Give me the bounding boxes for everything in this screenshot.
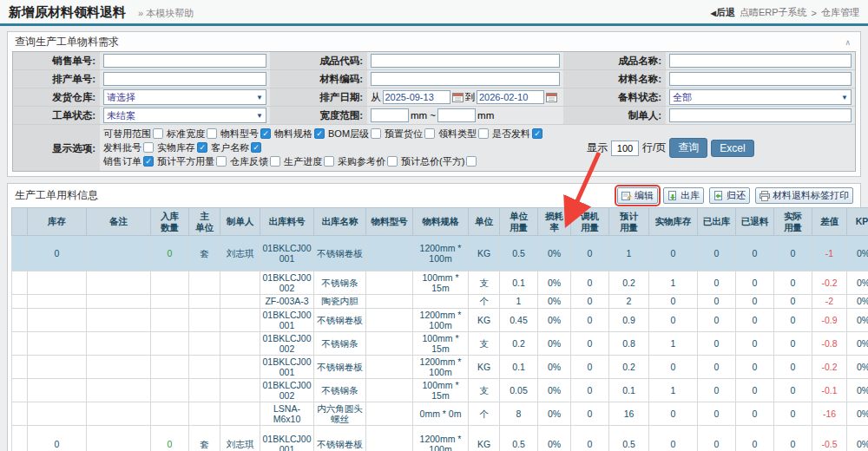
table-cell: 0 — [774, 295, 812, 308]
module-help-link[interactable]: » 本模块帮助 — [138, 7, 194, 20]
table-cell: 刘志琪 — [220, 236, 260, 271]
option-label: 预计平方用量 — [157, 154, 214, 168]
print-label-button[interactable]: 材料退料标签打印 — [755, 187, 853, 204]
option-checkbox[interactable] — [270, 156, 280, 167]
option-checkbox[interactable] — [153, 128, 163, 139]
table-cell: 0.2 — [609, 271, 649, 295]
table-row[interactable]: 01BKLCJ00002不锈钢条100mm * 15m支0.050%00.110… — [12, 378, 868, 402]
option-checkbox[interactable] — [466, 156, 477, 167]
table-cell: KG — [469, 426, 500, 451]
table-cell: 刘志琪 — [220, 426, 260, 451]
table-cell: 0 — [649, 426, 698, 451]
option-checkbox[interactable]: ✓ — [197, 142, 207, 153]
table-cell — [28, 295, 87, 308]
table-cell: 1200mm * 100m — [413, 355, 469, 378]
table-cell — [28, 378, 87, 402]
edit-button[interactable]: 编辑 — [617, 187, 658, 204]
width-min-input[interactable] — [371, 108, 409, 122]
sales-order-input[interactable] — [103, 54, 266, 68]
table-cell — [366, 331, 413, 355]
option-checkbox[interactable]: ✓ — [260, 128, 271, 139]
table-cell: 0 — [736, 295, 774, 308]
column-header: 库存 — [28, 208, 87, 236]
option-checkbox[interactable] — [324, 156, 334, 167]
table-row[interactable]: 00套刘志琪01BKLCJ00001不锈钢卷板1200mm * 100mKG0.… — [12, 426, 868, 451]
calendar-icon[interactable] — [546, 92, 557, 102]
breadcrumb-app[interactable]: 点晴ERP子系统 — [740, 6, 807, 19]
table-row[interactable]: 01BKLCJ00001不锈钢卷板1200mm * 100mKG0.10%00.… — [12, 355, 868, 378]
option-checkbox[interactable] — [216, 156, 227, 167]
option-checkbox[interactable]: ✓ — [314, 128, 325, 139]
back-link[interactable]: ◀后退 — [711, 6, 735, 19]
table-row[interactable]: 00套刘志琪01BKLCJ00001不锈钢卷板1200mm * 100mKG0.… — [12, 236, 868, 271]
product-code-input[interactable] — [371, 54, 560, 68]
table-cell: 0% — [538, 308, 571, 331]
option-checkbox[interactable] — [371, 128, 381, 139]
column-header: 备注 — [87, 208, 151, 236]
maker-input[interactable] — [669, 108, 852, 122]
table-row[interactable]: LSNA-M6x10内六角圆头螺丝0mm * 0m个80%0160000-160… — [12, 402, 868, 426]
option-checkbox[interactable]: ✓ — [143, 156, 154, 167]
table-cell: -0.5 — [812, 426, 847, 451]
material-code-input[interactable] — [371, 72, 560, 86]
table-row[interactable]: 01BKLCJ00002不锈钢条100mm * 15m支0.20%00.8100… — [12, 331, 868, 355]
calendar-icon[interactable] — [452, 92, 464, 102]
search-button[interactable]: 查询 — [669, 138, 707, 158]
option-checkbox[interactable]: ✓ — [251, 142, 261, 153]
table-cell: 0 — [571, 426, 609, 451]
option-checkbox[interactable] — [424, 128, 435, 139]
date-to-input[interactable] — [477, 90, 544, 104]
table-cell: -0.9 — [812, 308, 847, 331]
option-label: 生产进度 — [284, 154, 322, 168]
table-row[interactable]: 01BKLCJ00002不锈钢条100mm * 15m支0.10%00.2100… — [12, 271, 868, 295]
table-cell: LSNA-M6x10 — [260, 402, 314, 426]
return-button[interactable]: 归还 — [709, 187, 750, 204]
table-cell: 0 — [736, 355, 774, 378]
table-cell: 0 — [28, 426, 87, 451]
page-size-input[interactable] — [611, 141, 639, 156]
table-cell: -1 — [812, 236, 847, 271]
stock-out-button[interactable]: 出库 — [663, 187, 704, 204]
table-cell: 0 — [774, 378, 812, 402]
table-cell — [87, 308, 151, 331]
option-checkbox[interactable] — [387, 156, 398, 167]
option-checkbox[interactable]: ✓ — [532, 128, 542, 139]
table-cell: -0.1 — [812, 378, 847, 402]
schedule-order-input[interactable] — [103, 72, 266, 86]
table-cell — [12, 355, 28, 378]
table-cell — [151, 355, 189, 378]
excel-button[interactable]: Excel — [711, 140, 753, 157]
table-cell: 0% — [847, 271, 868, 295]
chevron-down-icon: ▼ — [841, 94, 848, 101]
table-row[interactable]: 01BKLCJ00001不锈钢卷板1200mm * 100mKG0.450%00… — [12, 308, 868, 331]
table-cell: 0 — [571, 402, 609, 426]
order-status-select[interactable]: 未结案▼ — [103, 108, 266, 123]
table-cell: 0 — [736, 236, 774, 271]
table-row[interactable]: ZF-003A-3陶瓷内胆个10%020000-20% — [12, 295, 868, 308]
table-cell: -16 — [812, 402, 847, 426]
prep-status-label: 备料状态: — [563, 88, 666, 106]
table-cell — [12, 331, 28, 355]
product-name-input[interactable] — [669, 54, 852, 68]
option-checkbox[interactable] — [478, 128, 489, 139]
table-cell: 0% — [538, 426, 571, 451]
warehouse-select[interactable]: 请选择▼ — [103, 89, 266, 105]
table-cell: 0 — [736, 426, 774, 451]
table-cell: 0% — [538, 331, 571, 355]
column-header: 实物库存 — [649, 208, 698, 236]
table-cell: 0% — [538, 271, 571, 295]
option-label: 销售订单 — [103, 154, 141, 168]
table-cell: 1 — [500, 295, 538, 308]
order-status-label: 工单状态: — [13, 107, 100, 124]
material-name-input[interactable] — [669, 72, 852, 86]
option-checkbox[interactable] — [143, 142, 154, 153]
table-cell — [87, 236, 151, 271]
date-from-input[interactable] — [383, 90, 450, 104]
prep-status-select[interactable]: 全部▼ — [669, 89, 852, 105]
table-cell — [220, 378, 260, 402]
width-max-input[interactable] — [437, 108, 476, 122]
table-cell — [12, 378, 28, 402]
table-cell — [366, 271, 413, 295]
option-checkbox[interactable] — [207, 128, 217, 139]
collapse-icon[interactable]: ∧ — [845, 38, 851, 47]
